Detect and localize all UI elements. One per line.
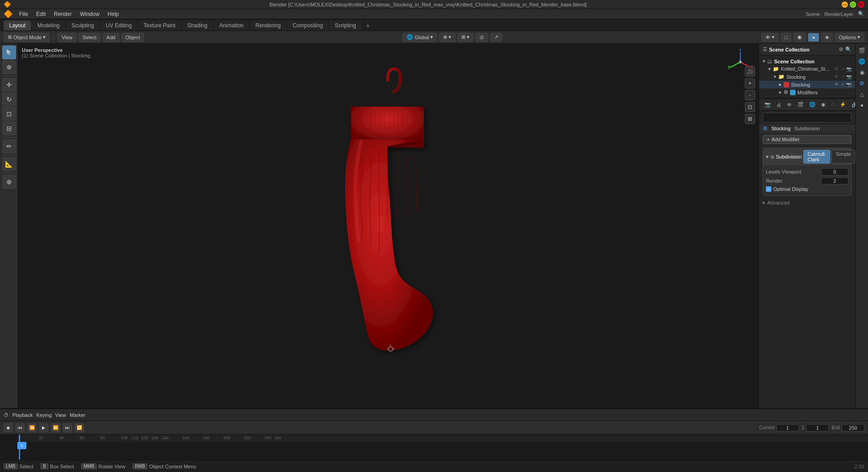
tab-animation[interactable]: Animation	[214, 21, 249, 31]
start-frame-field[interactable]: 1	[806, 424, 829, 431]
object-menu[interactable]: Object	[121, 33, 144, 42]
render-icon-stocking[interactable]: 📷	[846, 82, 852, 87]
zoom-out-button[interactable]: -	[745, 90, 755, 100]
props-tab-world[interactable]: 🌐	[807, 101, 817, 108]
menu-edit[interactable]: Edit	[32, 10, 49, 18]
view-menu[interactable]: View	[57, 33, 77, 42]
render-icon-stocking-col[interactable]: 📷	[846, 74, 852, 79]
camera-view-button[interactable]: 🎥	[745, 67, 755, 77]
outliner-item-knitted[interactable]: ▾ 📁 Knitted_Christmas_Stocking_in_Red 👁 …	[759, 65, 855, 73]
viewport[interactable]: User Perspective (1) Scene Collection | …	[18, 44, 759, 408]
rpi-world-icon[interactable]: 🌐	[857, 56, 867, 67]
menu-window[interactable]: Window	[76, 10, 103, 18]
tab-uv-editing[interactable]: UV Editing	[100, 21, 137, 31]
playback-label[interactable]: Playback	[12, 412, 33, 418]
marker-label[interactable]: Marker	[70, 412, 85, 418]
select-tool-button[interactable]	[2, 46, 16, 59]
render-icon-knitted[interactable]: 📷	[846, 67, 852, 72]
add-primitive-button[interactable]: ⊕	[2, 175, 16, 189]
props-tab-output[interactable]: 🖨	[775, 101, 783, 108]
outliner-item-stocking-collection[interactable]: ▾ 📁 Stocking 👁 ↗ 📷	[759, 73, 855, 81]
render-value[interactable]: 2	[821, 177, 848, 185]
proportional-editing[interactable]: ◎	[475, 33, 488, 42]
pointer-icon-stocking[interactable]: ↗	[841, 82, 844, 87]
isometric-button[interactable]: ⊞	[745, 114, 755, 124]
eye-icon-knitted[interactable]: 👁	[834, 67, 839, 72]
add-modifier-button[interactable]: + Add Modifier	[763, 135, 852, 144]
add-workspace-button[interactable]: +	[362, 21, 373, 31]
tab-rendering[interactable]: Rendering	[250, 21, 286, 31]
props-tab-object[interactable]: ◉	[819, 101, 827, 108]
optimal-display-checkbox[interactable]: ✓	[766, 186, 771, 192]
tab-scripting[interactable]: Scripting	[329, 21, 362, 31]
zoom-in-button[interactable]: +	[745, 78, 755, 88]
advanced-section[interactable]: ▸ Advanced	[759, 198, 855, 207]
frame-all-button[interactable]: ⊡	[745, 102, 755, 112]
add-menu[interactable]: Add	[103, 33, 120, 42]
view-tl-label[interactable]: View	[55, 412, 66, 418]
move-tool-button[interactable]: ✛	[2, 78, 16, 92]
props-tab-physics[interactable]: ⚡	[838, 101, 848, 108]
tab-shading[interactable]: Shading	[182, 21, 213, 31]
search-icon[interactable]: 🔍	[858, 11, 864, 17]
props-tab-scene[interactable]: 🎬	[796, 101, 806, 108]
pointer-icon-knitted[interactable]: ↗	[841, 67, 844, 72]
pivot-point[interactable]: ⊕ ▾	[439, 33, 455, 42]
viewport-shading-material[interactable]: ●	[808, 33, 819, 42]
search-icon-outliner[interactable]: 🔍	[845, 46, 852, 52]
transform-tool-button[interactable]: ⊟	[2, 122, 16, 135]
transform-orientations[interactable]: ↗	[490, 33, 502, 42]
tab-compositing[interactable]: Compositing	[287, 21, 329, 31]
outliner-item-scene-collection[interactable]: ▾ 🗂 Scene Collection	[759, 57, 855, 65]
menu-render[interactable]: Render	[50, 10, 75, 18]
scale-tool-button[interactable]: ⊡	[2, 107, 16, 121]
measure-tool-button[interactable]: 📐	[2, 157, 16, 171]
current-frame-field[interactable]: 1	[776, 424, 799, 431]
menu-file[interactable]: File	[16, 10, 31, 18]
filter-icon[interactable]: ⚙	[839, 46, 843, 52]
playhead-cursor[interactable]	[19, 435, 20, 460]
rpi-data-icon[interactable]: △	[857, 89, 867, 99]
snap-to-global[interactable]: 🌐 Global ▾	[403, 33, 437, 42]
close-button[interactable]: ✕	[858, 1, 864, 8]
modifier-realtime-icon[interactable]: ⊞	[770, 154, 774, 159]
eye-icon-stocking-col[interactable]: 👁	[834, 74, 839, 79]
outliner-item-stocking-mesh[interactable]: ▸ Stocking 👁 ↗ 📷	[759, 81, 855, 88]
loop-button[interactable]: 🔁	[75, 423, 84, 432]
rpi-material-icon[interactable]: ●	[857, 100, 867, 110]
tab-sculpting[interactable]: Sculpting	[66, 21, 99, 31]
catmull-clark-button[interactable]: Catmull-Clark	[803, 150, 830, 164]
props-tab-constraints[interactable]: 🔗	[850, 101, 855, 108]
tab-layout[interactable]: Layout	[4, 21, 31, 31]
viewport-shading-solid[interactable]: ◉	[793, 33, 806, 42]
rpi-modifier-icon[interactable]: ⚙	[857, 78, 867, 88]
mode-selector[interactable]: ⊞ Object Mode ▾	[4, 33, 50, 42]
rotate-tool-button[interactable]: ↻	[2, 92, 16, 106]
keyframe-add-button[interactable]: ◆	[4, 423, 13, 432]
levels-viewport-value[interactable]: 0	[821, 168, 848, 175]
minimize-button[interactable]: —	[842, 1, 848, 8]
timeline-track[interactable]: 0 20 40 60 80 100 110 120 130 140 160 18…	[0, 435, 868, 460]
viewport-shading-render[interactable]: ◈	[821, 33, 833, 42]
tab-texture-paint[interactable]: Texture Paint	[138, 21, 181, 31]
annotate-tool-button[interactable]: ✏	[2, 139, 16, 153]
simple-button[interactable]: Simple	[832, 150, 855, 164]
rpi-scene-icon[interactable]: 🎬	[857, 46, 867, 56]
overlay-dropdown[interactable]: 👁 ▾	[761, 33, 779, 42]
select-menu[interactable]: Select	[78, 33, 101, 42]
options-button[interactable]: Options ▾	[835, 33, 864, 42]
jump-start-button[interactable]: ⏮	[16, 423, 25, 432]
prev-keyframe-button[interactable]: ⏪	[27, 423, 36, 432]
end-frame-field[interactable]: 250	[842, 424, 864, 431]
eye-icon-stocking[interactable]: 👁	[834, 82, 839, 87]
props-tab-view[interactable]: 👁	[785, 101, 794, 108]
keying-label[interactable]: Keying	[36, 412, 52, 418]
tab-modeling[interactable]: Modeling	[32, 21, 65, 31]
next-keyframe-button[interactable]: ⏩	[51, 423, 60, 432]
play-button[interactable]: ▶	[39, 423, 48, 432]
cursor-tool-button[interactable]: ⊕	[2, 60, 16, 74]
properties-search-input[interactable]	[763, 113, 852, 123]
outliner-item-modifiers[interactable]: ▸ ⚙ Modifiers	[759, 88, 855, 96]
props-tab-render[interactable]: 📷	[763, 101, 773, 108]
rpi-object-icon[interactable]: ◉	[857, 67, 867, 77]
